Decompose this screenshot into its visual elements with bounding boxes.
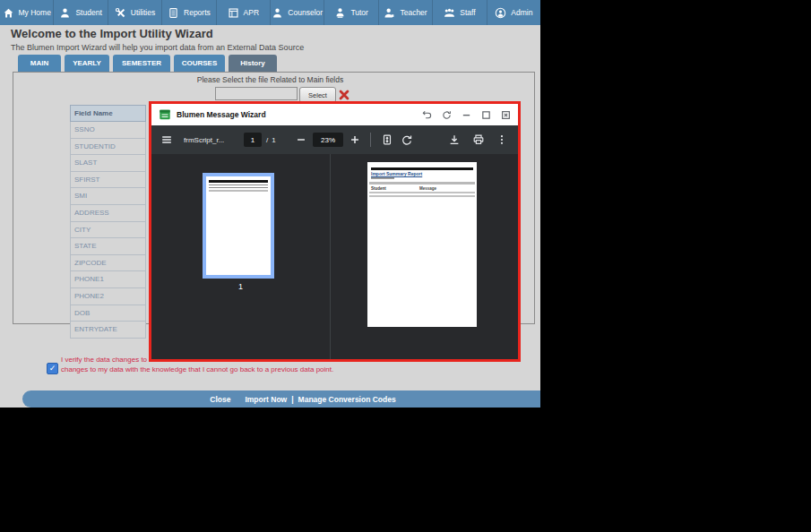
refresh-icon[interactable] — [442, 110, 452, 120]
nav-item-my-home[interactable]: My Home — [0, 0, 54, 25]
close-icon[interactable] — [501, 110, 511, 120]
table-row[interactable]: STATE — [70, 238, 146, 255]
table-row[interactable]: DOB — [70, 305, 146, 322]
nav-item-staff[interactable]: Staff — [433, 0, 487, 25]
home-icon — [3, 7, 14, 19]
dialog-title-bar[interactable]: Blumen Message Wizard — [151, 104, 518, 125]
field-name-table: Field Name SSNO STUDENTID SLAST SFIRST S… — [70, 105, 146, 339]
tab-yearly[interactable]: YEARLY — [65, 55, 109, 72]
pdf-filename: frmScript_r... — [184, 125, 224, 154]
manage-conversion-codes-button[interactable]: Manage Conversion Codes — [298, 395, 396, 404]
nav-item-apr[interactable]: APR — [217, 0, 271, 25]
nav-label: Counselor — [288, 8, 323, 17]
tab-courses[interactable]: COURSES — [174, 55, 225, 72]
nav-item-utilities[interactable]: Utilities — [108, 0, 162, 25]
nav-item-student[interactable]: Student — [54, 0, 108, 25]
zoom-in-icon[interactable] — [349, 133, 361, 146]
nav-label: My Home — [19, 8, 51, 17]
teacher-icon — [384, 7, 395, 19]
import-now-button[interactable]: Import Now — [245, 395, 287, 404]
table-row[interactable]: SLAST — [70, 155, 146, 172]
print-icon[interactable] — [472, 133, 485, 146]
pdf-toolbar: frmScript_r... 1 / 1 23% — [151, 125, 518, 154]
report-subtext-bar — [371, 177, 394, 179]
nav-label: Reports — [184, 8, 211, 17]
verify-text-line1: I verify the data changes to — [61, 356, 147, 364]
page-subtitle: The Blumen Import Wizard will help you i… — [11, 43, 304, 52]
nav-item-reports[interactable]: Reports — [162, 0, 216, 25]
thumbnail-pane: 1 — [151, 154, 331, 359]
download-icon[interactable] — [448, 133, 461, 146]
verify-text-line2: changes to my data with the knowledge th… — [61, 365, 333, 373]
more-vert-icon[interactable] — [496, 133, 508, 146]
minimize-icon[interactable] — [462, 110, 471, 120]
nav-item-counselor[interactable]: Counselor — [271, 0, 324, 25]
screen-background: My Home Student Utilities Reports APR Co… — [0, 0, 811, 532]
pdf-page: Import Summary Report Student Message — [367, 162, 477, 327]
undock-icon[interactable] — [422, 110, 432, 120]
zoom-in-wrap — [349, 125, 361, 154]
close-button[interactable]: Close — [210, 395, 230, 404]
download-wrap — [448, 125, 461, 154]
student-icon — [59, 7, 71, 19]
report-divider-band — [369, 182, 475, 184]
table-row[interactable]: SMI — [70, 188, 146, 205]
clear-file-icon[interactable] — [338, 89, 350, 101]
staff-icon — [444, 7, 455, 19]
total-pages: 1 — [272, 136, 275, 144]
table-row[interactable]: STUDENTID — [70, 139, 146, 156]
thumb-content-line — [209, 190, 268, 192]
tab-main[interactable]: MAIN — [18, 55, 61, 72]
wizard-tabs: MAIN YEARLY SEMESTER COURSES History — [18, 55, 277, 72]
apr-icon — [228, 7, 239, 19]
page-thumbnail[interactable] — [203, 173, 274, 279]
rotate-icon[interactable] — [401, 133, 413, 146]
page-count: / 1 — [266, 125, 276, 154]
report-title: Import Summary Report — [371, 171, 422, 176]
tab-semester[interactable]: SEMESTER — [113, 55, 170, 72]
file-path-input[interactable] — [215, 87, 298, 100]
menu-icon[interactable] — [160, 133, 173, 146]
table-row[interactable]: ZIPCODE — [70, 255, 146, 272]
app-window: My Home Student Utilities Reports APR Co… — [0, 0, 540, 408]
verify-checkbox[interactable]: ✓ — [47, 363, 58, 374]
table-row[interactable]: SFIRST — [70, 172, 146, 189]
rotate-wrap — [401, 125, 413, 154]
nav-label: Admin — [511, 8, 532, 17]
toolbar-divider — [370, 133, 371, 147]
utilities-icon — [115, 7, 126, 19]
table-row[interactable]: PHONE2 — [70, 288, 146, 305]
table-row[interactable]: SSNO — [70, 122, 146, 139]
table-row[interactable]: ADDRESS — [70, 205, 146, 222]
zoom-out-icon[interactable] — [295, 133, 307, 146]
thumbnail-page-number: 1 — [151, 282, 330, 291]
thumb-content-line — [209, 187, 268, 188]
report-column-left: Student — [371, 186, 386, 191]
table-row[interactable]: ENTRYDATE — [70, 322, 146, 339]
thumb-content-bar — [209, 180, 268, 183]
pdf-viewer-body: 1 Import Summary Report Student Message — [151, 154, 518, 359]
thumb-content-line — [209, 184, 268, 185]
more-wrap — [496, 125, 508, 154]
page-title: Welcome to the Import Utility Wizard — [11, 27, 304, 40]
page-number-input[interactable]: 1 — [244, 133, 262, 147]
maximize-icon[interactable] — [481, 110, 491, 120]
table-row[interactable]: PHONE1 — [70, 271, 146, 288]
nav-item-teacher[interactable]: Teacher — [379, 0, 433, 25]
table-row[interactable]: CITY — [70, 222, 146, 239]
nav-item-tutor[interactable]: Tutor — [324, 0, 378, 25]
tab-history[interactable]: History — [229, 55, 277, 72]
nav-label: Teacher — [400, 8, 427, 17]
report-divider-band — [369, 195, 475, 197]
fit-page-icon[interactable] — [381, 133, 393, 146]
footer-divider: | — [291, 395, 293, 404]
counselor-icon — [272, 7, 283, 19]
nav-item-admin[interactable]: Admin — [487, 0, 540, 25]
nav-label: Staff — [460, 8, 475, 17]
zoom-out-wrap — [295, 125, 307, 154]
file-select-instruction: Please Select the file Related to Main f… — [0, 75, 540, 84]
form-icon — [159, 108, 171, 121]
nav-label: Tutor — [350, 8, 368, 17]
dialog-window-controls — [422, 104, 511, 125]
top-nav: My Home Student Utilities Reports APR Co… — [0, 0, 540, 25]
